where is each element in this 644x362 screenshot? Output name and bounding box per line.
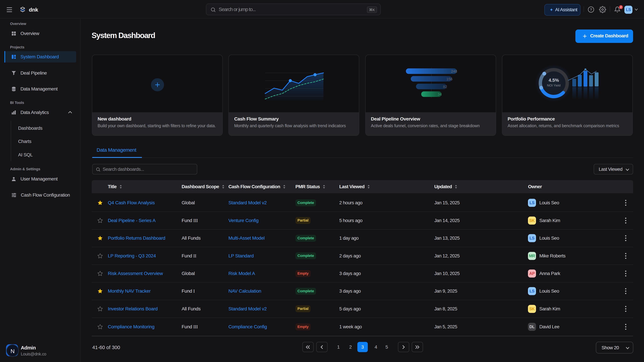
svg-text:34: 34 bbox=[438, 92, 442, 96]
svg-text:NOI Yield: NOI Yield bbox=[547, 84, 560, 87]
svg-text:4.5%: 4.5% bbox=[548, 78, 559, 83]
svg-text:248: 248 bbox=[451, 69, 457, 73]
svg-text:156: 156 bbox=[446, 77, 452, 81]
svg-text:?: ? bbox=[590, 7, 592, 12]
svg-text:82: 82 bbox=[443, 85, 447, 89]
